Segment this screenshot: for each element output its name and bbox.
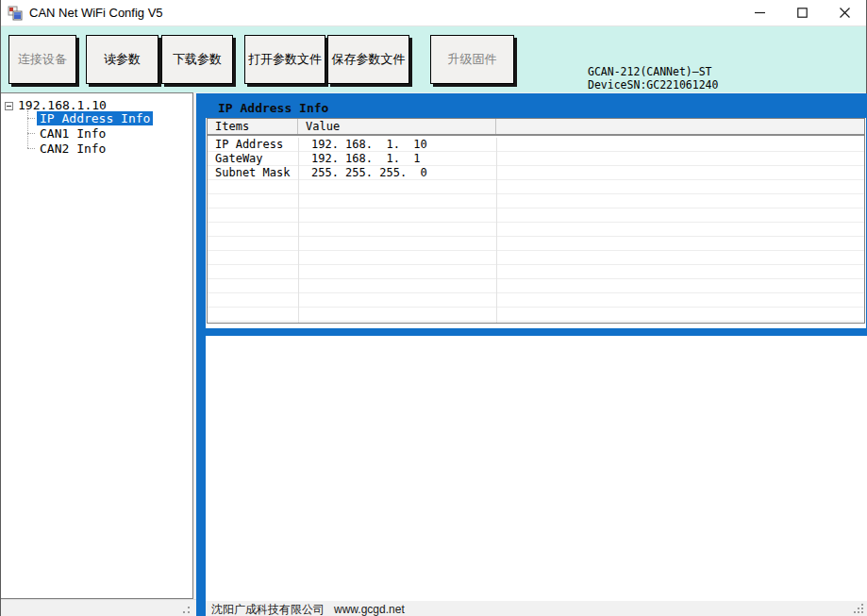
tree-item-label: IP Address Info <box>37 111 153 125</box>
device-tree: 192.168.1.10 IP Address InfoCAN1 InfoCAN… <box>1 92 193 599</box>
column-header-empty[interactable] <box>496 119 864 134</box>
cell-value: 192. 168. 1. 1 <box>311 152 421 165</box>
toolbar: 连接设备读参数下载参数打开参数文件保存参数文件升级固件 GCAN-212(CAN… <box>1 25 866 92</box>
minimize-button[interactable] <box>739 0 781 25</box>
toolbar-button-3[interactable]: 打开参数文件 <box>244 35 325 84</box>
device-info-line: GCAN-212(CANNet)—ST <box>588 65 718 78</box>
status-company: 沈阳广成科技有限公司 www.gcgd.net <box>211 602 405 616</box>
column-header-value[interactable]: Value <box>298 119 496 134</box>
table-row[interactable]: Subnet Mask255. 255. 255. 0 <box>208 166 864 180</box>
table-row[interactable]: GateWay192. 168. 1. 1 <box>208 152 864 166</box>
tree-connector-line <box>27 110 28 148</box>
resize-grip-icon[interactable] <box>854 604 863 613</box>
cell-item: Subnet Mask <box>215 166 290 179</box>
statusbar-left <box>1 599 196 616</box>
panel-title: IP Address Info <box>218 101 328 115</box>
ip-info-table: Items Value IP Address192. 168. 1. 10Gat… <box>207 118 865 324</box>
grip-icon <box>183 606 192 615</box>
tree-item-label: CAN1 Info <box>37 126 108 141</box>
toolbar-button-1[interactable]: 读参数 <box>86 35 158 84</box>
toolbar-button-4[interactable]: 保存参数文件 <box>327 35 409 84</box>
tree-item-label: CAN2 Info <box>37 142 108 156</box>
tree-collapse-icon[interactable] <box>5 102 13 110</box>
tree-connector-line <box>27 148 35 149</box>
device-info-line: DeviceSN:GC221061240 <box>588 78 718 92</box>
cell-item: IP Address <box>215 138 283 151</box>
lower-panel <box>206 336 867 601</box>
cell-value: 192. 168. 1. 10 <box>311 138 427 151</box>
toolbar-button-0[interactable]: 连接设备 <box>8 35 76 84</box>
close-button[interactable] <box>824 0 866 25</box>
website-link[interactable]: www.gcgd.net <box>334 603 405 616</box>
statusbar-main: 沈阳广成科技有限公司 www.gcgd.net <box>206 601 867 616</box>
tree-root-label: 192.168.1.10 <box>18 98 107 112</box>
app-icon <box>8 6 23 21</box>
window-title: CAN Net WiFi Config V5 <box>29 6 163 20</box>
cell-value: 255. 255. 255. 0 <box>311 166 427 179</box>
maximize-button[interactable] <box>781 0 824 25</box>
app-window: CAN Net WiFi Config V5 连接设备读参数下载参数打开参数文件… <box>0 0 867 616</box>
tree-connector-line <box>27 118 35 119</box>
toolbar-button-2[interactable]: 下载参数 <box>161 35 233 84</box>
company-name: 沈阳广成科技有限公司 <box>211 603 325 616</box>
table-body: IP Address192. 168. 1. 10GateWay192. 168… <box>208 138 864 323</box>
table-row[interactable]: IP Address192. 168. 1. 10 <box>208 138 864 152</box>
cell-item: GateWay <box>215 152 263 165</box>
column-header-items[interactable]: Items <box>208 119 298 134</box>
tree-connector-line <box>27 133 35 134</box>
titlebar: CAN Net WiFi Config V5 <box>1 0 866 25</box>
toolbar-button-5[interactable]: 升级固件 <box>430 35 514 84</box>
ip-info-panel: IP Address Info Items Value IP Address19… <box>196 93 867 336</box>
table-header: Items Value <box>208 119 864 136</box>
